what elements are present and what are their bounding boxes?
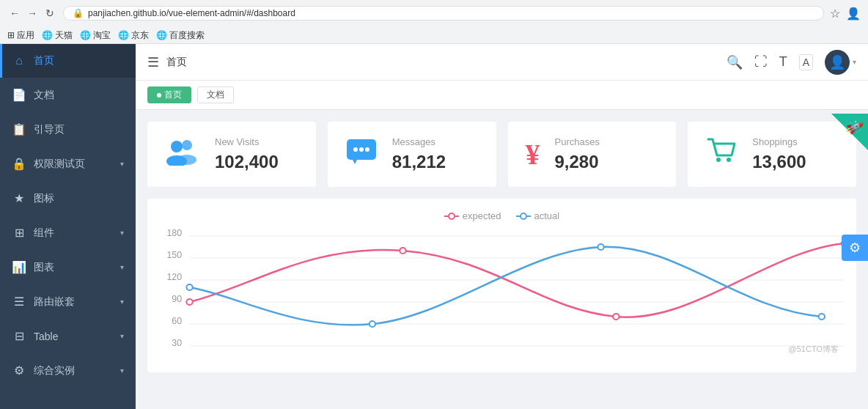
home-icon: ⌂	[12, 54, 26, 67]
taobao-icon: 🌐	[80, 30, 91, 40]
chart-area: 180 150 120 90 60 30	[159, 229, 845, 361]
topbar-actions: 🔍 ⛶ T A 👤 ▾	[727, 50, 856, 75]
sidebar-label-components: 组件	[34, 226, 113, 240]
chart-svg: 180 150 120 90 60 30	[159, 229, 845, 361]
account-icon[interactable]: 👤	[846, 7, 861, 21]
bookmark-apps[interactable]: ⊞ 应用	[7, 29, 34, 42]
visits-value: 102,400	[215, 152, 279, 172]
purchases-info: Purchases 9,280	[555, 136, 600, 172]
avatar-arrow: ▾	[853, 58, 856, 66]
sidebar-item-permission[interactable]: 🔒 权限测试页 ▾	[0, 147, 136, 181]
svg-point-9	[716, 158, 721, 162]
visits-info: New Visits 102,400	[215, 136, 279, 172]
sidebar-label-docs: 文档	[34, 89, 124, 102]
sidebar-item-charts[interactable]: 📊 图表 ▾	[0, 250, 136, 284]
purchases-label: Purchases	[555, 136, 600, 147]
shoppings-value: 13,600	[752, 152, 806, 172]
svg-point-29	[613, 314, 619, 320]
icon-icon: ★	[12, 191, 26, 205]
lang-icon[interactable]: A	[799, 54, 813, 70]
svg-point-31	[186, 284, 192, 290]
legend-expected: expected	[444, 210, 501, 221]
svg-text:30: 30	[172, 338, 182, 348]
legend-expected-label: expected	[463, 210, 501, 221]
shoppings-label: Shoppings	[752, 136, 806, 147]
legend-actual: actual	[516, 210, 560, 221]
visits-label: New Visits	[215, 136, 279, 147]
sidebar-label-example: 综合实例	[34, 364, 113, 377]
sidebar-item-table[interactable]: ⊟ Table ▾	[0, 319, 136, 353]
jd-icon: 🌐	[118, 30, 129, 40]
sidebar-item-nested[interactable]: ☰ 路由嵌套 ▾	[0, 284, 136, 319]
bookmark-tianmao[interactable]: 🌐 天猫	[42, 29, 73, 42]
settings-float-button[interactable]: ⚙	[842, 235, 868, 261]
svg-point-33	[597, 244, 603, 250]
svg-point-10	[727, 158, 731, 162]
sidebar-item-components[interactable]: ⊞ 组件 ▾	[0, 215, 136, 250]
watermark: @51CTO博客	[789, 344, 839, 355]
font-icon[interactable]: T	[779, 54, 787, 70]
menu-toggle-button[interactable]: ☰	[147, 54, 159, 70]
forward-button[interactable]: →	[25, 6, 40, 21]
arrow-icon-example: ▾	[120, 366, 124, 375]
arrow-icon-charts: ▾	[120, 263, 124, 271]
address-bar[interactable]: 🔒 panjiachen.github.io/vue-element-admin…	[63, 6, 824, 21]
tag-home[interactable]: 首页	[147, 86, 191, 103]
main-content: ☰ 首页 🔍 ⛶ T A 👤 ▾ 首页 文档	[136, 44, 868, 409]
sidebar-item-example[interactable]: ⚙ 综合实例 ▾	[0, 353, 136, 388]
chart-legend: expected actual	[159, 210, 845, 221]
bookmark-baidu[interactable]: 🌐 百度搜索	[156, 29, 205, 42]
topbar: ☰ 首页 🔍 ⛶ T A 👤 ▾	[136, 44, 868, 81]
guide-icon: 📋	[12, 122, 26, 136]
sidebar-item-icon[interactable]: ★ 图标	[0, 181, 136, 215]
svg-point-28	[400, 248, 405, 254]
chart-card: expected actual 180 150 120 90 60	[147, 199, 856, 372]
tags-bar: 首页 文档	[136, 81, 868, 110]
fullscreen-icon[interactable]: ⛶	[754, 54, 768, 70]
messages-info: Messages 81,212	[392, 136, 446, 172]
permission-icon: 🔒	[12, 157, 26, 171]
bookmark-jingdong[interactable]: 🌐 京东	[118, 29, 149, 42]
url-text: panjiachen.github.io/vue-element-admin/#…	[88, 8, 295, 18]
svg-point-5	[353, 147, 358, 152]
messages-label: Messages	[392, 136, 446, 147]
refresh-button[interactable]: ↻	[43, 6, 57, 21]
sidebar-item-home[interactable]: ⌂ 首页	[0, 44, 136, 78]
svg-marker-8	[353, 160, 357, 164]
search-icon[interactable]: 🔍	[727, 54, 743, 70]
baidu-icon: 🌐	[156, 30, 167, 40]
visits-icon	[165, 136, 200, 172]
components-icon: ⊞	[12, 226, 26, 240]
purchases-value: 9,280	[555, 152, 600, 172]
settings-icon: ⚙	[849, 240, 861, 256]
topbar-title: 首页	[166, 56, 187, 69]
star-icon[interactable]: ☆	[830, 7, 840, 21]
avatar-container[interactable]: 👤 ▾	[825, 50, 856, 75]
tag-docs[interactable]: 文档	[197, 86, 234, 103]
sidebar-label-nested: 路由嵌套	[34, 295, 113, 309]
stats-grid: New Visits 102,400	[147, 122, 856, 187]
svg-point-0	[171, 141, 183, 152]
apps-icon: ⊞	[7, 30, 15, 40]
dashboard-content: New Visits 102,400	[136, 110, 868, 409]
bookmark-taobao[interactable]: 🌐 淘宝	[80, 29, 111, 42]
back-button[interactable]: ←	[7, 6, 22, 21]
stat-card-visits: New Visits 102,400	[147, 122, 316, 187]
tianmao-icon: 🌐	[42, 30, 53, 40]
bookmark-label: 京东	[131, 29, 149, 42]
nav-buttons: ← → ↻	[7, 6, 57, 21]
sidebar-item-docs[interactable]: 📄 文档	[0, 78, 136, 112]
svg-point-27	[186, 299, 192, 305]
charts-icon: 📊	[12, 260, 26, 274]
svg-point-12	[449, 213, 455, 219]
sidebar: ⌂ 首页 📄 文档 📋 引导页 🔒 权限测试页 ▾ ★ 图标 ⊞ 组件 ▾ 📊 …	[0, 44, 136, 409]
active-dot	[157, 93, 161, 97]
bookmark-label: 应用	[17, 29, 34, 42]
bookmark-label: 百度搜索	[169, 29, 205, 42]
sidebar-item-guide[interactable]: 📋 引导页	[0, 112, 136, 147]
bookmarks-bar: ⊞ 应用 🌐 天猫 🌐 淘宝 🌐 京东 🌐 百度搜索	[0, 26, 868, 44]
user-avatar: 👤	[825, 50, 850, 75]
messages-icon	[345, 136, 378, 172]
purchases-icon: ¥	[526, 137, 540, 172]
arrow-icon-nested: ▾	[120, 298, 124, 306]
